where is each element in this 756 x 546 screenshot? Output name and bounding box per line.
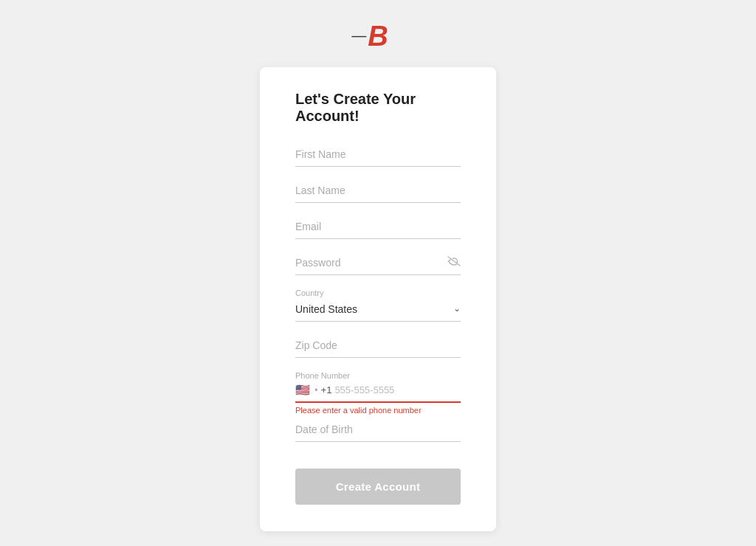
zip-code-input[interactable] <box>295 335 461 358</box>
phone-label: Phone Number <box>295 371 461 380</box>
logo-container: B <box>368 21 388 52</box>
phone-input-wrapper: 🇺🇸 • +1 <box>295 383 461 403</box>
flag-emoji: 🇺🇸 <box>295 383 310 397</box>
password-input[interactable] <box>295 252 461 275</box>
first-name-group <box>295 144 461 167</box>
phone-dot: • <box>315 384 318 395</box>
email-input[interactable] <box>295 216 461 239</box>
phone-group: Phone Number 🇺🇸 • +1 Please enter a vali… <box>295 371 461 415</box>
create-account-button[interactable]: Create Account <box>295 469 461 505</box>
dob-group <box>295 419 461 442</box>
dob-input[interactable] <box>295 419 461 442</box>
card-title: Let's Create Your Account! <box>295 91 461 125</box>
last-name-group <box>295 180 461 203</box>
last-name-input[interactable] <box>295 180 461 203</box>
password-group <box>295 252 461 275</box>
brand-logo: B <box>368 21 388 52</box>
dial-code: +1 <box>321 384 332 395</box>
phone-input[interactable] <box>334 384 461 395</box>
country-select[interactable]: United States Canada United Kingdom Aust… <box>295 300 461 321</box>
country-select-wrapper: United States Canada United Kingdom Aust… <box>295 300 461 322</box>
phone-flag: 🇺🇸 • +1 <box>295 383 331 397</box>
first-name-input[interactable] <box>295 144 461 167</box>
country-label: Country <box>295 288 461 297</box>
email-group <box>295 216 461 239</box>
phone-error-message: Please enter a valid phone number <box>295 406 461 415</box>
country-group: Country United States Canada United King… <box>295 288 461 322</box>
toggle-password-icon[interactable] <box>447 256 461 269</box>
signup-card: Let's Create Your Account! Country Unite… <box>260 67 496 531</box>
zip-code-group <box>295 335 461 358</box>
